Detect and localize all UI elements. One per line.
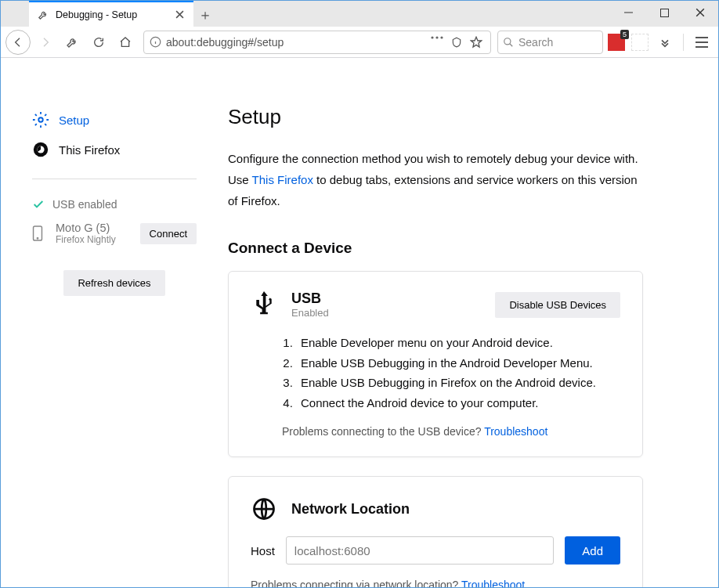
scroll-area[interactable]: Setup This Firefox USB enabled	[1, 58, 718, 587]
usb-title: USB	[291, 290, 329, 307]
sidebar: Setup This Firefox USB enabled	[1, 105, 228, 587]
usb-footnote: Problems connecting to the USB device? T…	[282, 425, 620, 438]
network-troubleshoot-link[interactable]: Troubleshoot	[461, 579, 525, 587]
close-tab-icon[interactable]	[173, 9, 186, 21]
connect-button[interactable]: Connect	[140, 223, 197, 244]
extension-placeholder[interactable]	[631, 34, 649, 51]
usb-card: USB Enabled Disable USB Devices Enable D…	[228, 271, 643, 457]
device-name: Moto G (5)	[56, 222, 132, 234]
navigation-toolbar: about:debugging#/setup Search 5	[1, 27, 718, 58]
sidebar-divider	[32, 179, 197, 179]
tab-title: Debugging - Setup	[56, 9, 173, 20]
maximize-button[interactable]	[646, 1, 682, 24]
forward-button	[34, 31, 57, 54]
sidebar-item-this-firefox[interactable]: This Firefox	[32, 135, 197, 164]
address-bar[interactable]: about:debugging#/setup	[143, 31, 491, 54]
device-subtitle: Firefox Nightly	[56, 234, 132, 245]
intro-text: Configure the connection method you wish…	[228, 148, 643, 211]
usb-status: USB enabled	[32, 193, 197, 215]
usb-steps: Enable Developer menu on your Android de…	[296, 333, 620, 413]
page-actions-icon[interactable]	[431, 36, 443, 49]
svg-point-10	[37, 238, 38, 239]
svg-point-2	[431, 36, 433, 38]
usb-step: Connect the Android device to your compu…	[296, 393, 620, 413]
main-content: Setup Configure the connection method yo…	[228, 105, 682, 587]
usb-step: Enable Developer menu on your Android de…	[296, 333, 620, 353]
extension-button[interactable]: 5	[608, 34, 625, 51]
hamburger-menu-button[interactable]	[690, 31, 714, 54]
disable-usb-button[interactable]: Disable USB Devices	[495, 292, 620, 318]
this-firefox-link[interactable]: This Firefox	[252, 173, 313, 186]
network-card: Network Location Host Add Problems conne…	[228, 476, 643, 587]
gear-icon	[32, 111, 49, 128]
search-placeholder: Search	[518, 36, 553, 49]
usb-step: Enable USB Debugging in the Android Deve…	[296, 353, 620, 373]
titlebar: Debugging - Setup ＋	[1, 1, 718, 27]
phone-icon	[32, 225, 48, 241]
usb-icon	[251, 291, 277, 318]
bookmark-star-icon[interactable]	[470, 36, 482, 49]
home-button[interactable]	[114, 31, 137, 54]
tracking-protection-icon[interactable]	[451, 36, 462, 49]
globe-icon	[251, 496, 277, 522]
svg-rect-0	[660, 9, 668, 16]
sidebar-setup-label: Setup	[59, 114, 89, 127]
firefox-icon	[32, 141, 49, 158]
page-title: Setup	[228, 105, 643, 129]
usb-status-label: USB enabled	[52, 198, 117, 211]
connect-heading: Connect a Device	[228, 240, 643, 257]
svg-point-4	[440, 36, 443, 38]
page-info-icon[interactable]	[147, 36, 163, 48]
usb-troubleshoot-link[interactable]: Troubleshoot	[484, 425, 547, 438]
devtools-button[interactable]	[60, 31, 84, 54]
reload-button[interactable]	[87, 31, 110, 54]
minimize-button[interactable]	[610, 1, 646, 24]
svg-point-6	[38, 117, 43, 122]
new-tab-button[interactable]: ＋	[193, 3, 217, 27]
svg-point-3	[435, 36, 438, 38]
svg-point-5	[504, 38, 511, 44]
usb-step: Enable USB Debugging in Firefox on the A…	[296, 373, 620, 393]
overflow-menu-button[interactable]	[653, 31, 677, 54]
close-window-button[interactable]	[682, 1, 718, 24]
back-button[interactable]	[5, 30, 31, 55]
browser-tab[interactable]: Debugging - Setup	[29, 1, 193, 27]
network-title: Network Location	[291, 501, 410, 518]
sidebar-firefox-label: This Firefox	[59, 143, 120, 157]
device-row: Moto G (5) Firefox Nightly Connect	[32, 215, 197, 251]
sidebar-item-setup[interactable]: Setup	[32, 105, 197, 135]
host-input[interactable]	[286, 536, 554, 565]
wrench-icon	[37, 9, 49, 21]
add-button[interactable]: Add	[565, 536, 620, 565]
refresh-devices-button[interactable]: Refresh devices	[63, 270, 164, 296]
url-text: about:debugging#/setup	[166, 36, 428, 49]
network-footnote: Problems connecting via network location…	[251, 579, 620, 587]
host-label: Host	[251, 544, 275, 557]
search-bar[interactable]: Search	[497, 31, 603, 54]
usb-status-label: Enabled	[291, 307, 329, 319]
extension-badge: 5	[620, 30, 629, 39]
check-icon	[32, 198, 45, 211]
